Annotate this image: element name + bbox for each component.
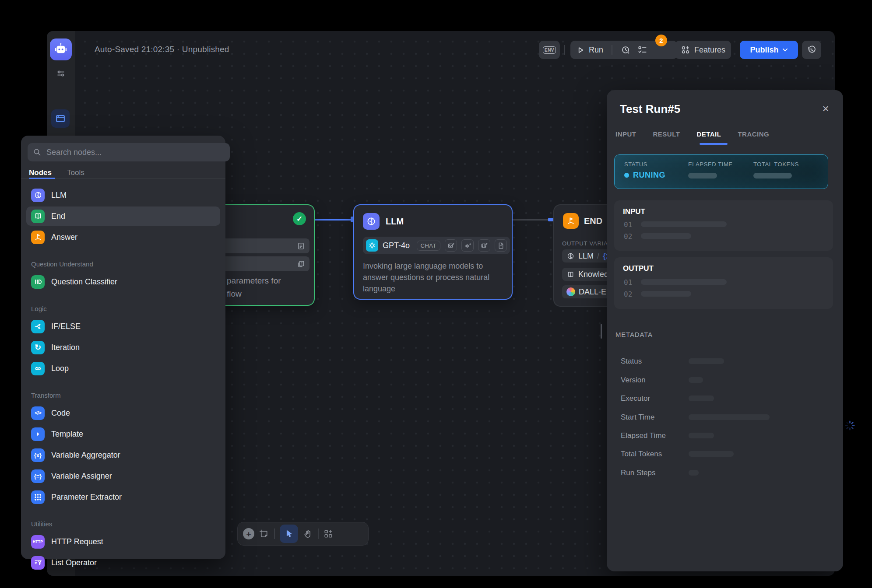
- checklist-icon[interactable]: [637, 45, 647, 55]
- palette-item-loop[interactable]: ∞ Loop: [21, 358, 225, 379]
- model-name: GPT-4o: [383, 241, 410, 250]
- palette-item-label: Variable Assigner: [51, 472, 112, 481]
- node-list: LLM End Answer Question Understand Quest…: [21, 179, 225, 573]
- chat-mode-badge: CHAT: [417, 241, 440, 251]
- palette-item-label: Loop: [51, 364, 69, 373]
- palette-item-variable-assigner[interactable]: {=} Variable Assigner: [21, 466, 225, 486]
- topbar-divider: [564, 45, 565, 55]
- app-logo[interactable]: [50, 38, 72, 60]
- status-label: STATUS: [624, 161, 647, 168]
- tab-result[interactable]: RESULT: [653, 130, 680, 138]
- palette-item-code[interactable]: </> Code: [21, 402, 225, 424]
- brain-icon: [31, 189, 45, 202]
- tab-detail[interactable]: DETAIL: [696, 130, 721, 138]
- spinner-icon: [844, 420, 855, 431]
- iteration-icon: ↻: [31, 341, 45, 354]
- input-card: INPUT 01 02: [614, 200, 833, 251]
- palette-item-label: Variable Aggregator: [51, 451, 120, 460]
- copy-icon: [297, 260, 305, 268]
- tab-tracing[interactable]: TRACING: [738, 130, 769, 138]
- tab-tools[interactable]: Tools: [67, 168, 84, 177]
- history-button[interactable]: [802, 41, 821, 59]
- start-node-description: parameters for: [227, 276, 281, 286]
- active-tab-underline: [700, 143, 728, 145]
- brain-icon: [363, 213, 380, 230]
- skeleton-bar: [641, 279, 727, 285]
- palette-item-template[interactable]: ◗ Template: [21, 424, 225, 444]
- filter-list-icon: [31, 556, 45, 570]
- palette-item-question-classifier[interactable]: Question Classifier: [21, 271, 225, 292]
- pointer-tool-button[interactable]: [280, 525, 298, 543]
- node-title: END: [584, 216, 602, 226]
- env-button[interactable]: ENV: [539, 41, 560, 59]
- branch-icon: [31, 320, 45, 333]
- palette-item-variable-aggregator[interactable]: {x} Variable Aggregator: [21, 444, 225, 466]
- panel-resize-handle[interactable]: [601, 324, 602, 339]
- output-variables-label: OUTPUT VARIA: [562, 240, 608, 247]
- palette-item-iteration[interactable]: ↻ Iteration: [21, 337, 225, 358]
- skeleton-bar: [641, 291, 691, 297]
- start-node-description: flow: [227, 289, 242, 299]
- node-description: Invoking large language models to answer…: [363, 260, 507, 294]
- palette-item-label: End: [51, 212, 65, 221]
- schedule-run-icon[interactable]: [621, 45, 631, 55]
- panels-button[interactable]: [51, 109, 70, 128]
- palette-item-label: Question Classifier: [51, 277, 117, 287]
- workflow-settings-button[interactable]: [53, 66, 69, 81]
- row-index: 01: [624, 278, 632, 287]
- tab-input[interactable]: INPUT: [615, 130, 636, 138]
- section-header: Utilities: [21, 508, 225, 531]
- palette-item-end[interactable]: End: [21, 206, 225, 227]
- document-icon: [297, 242, 305, 250]
- play-icon[interactable]: [577, 46, 585, 54]
- code-icon: </>: [31, 406, 45, 420]
- add-node-button[interactable]: +: [243, 528, 254, 539]
- tab-nodes[interactable]: Nodes: [29, 168, 52, 177]
- organize-nodes-button[interactable]: [323, 529, 333, 539]
- env-icon: ENV: [543, 46, 556, 54]
- close-icon[interactable]: ×: [819, 102, 833, 116]
- robot-icon: [54, 42, 68, 56]
- palette-item-label: IF/ELSE: [51, 322, 81, 331]
- status-value: RUNING: [624, 171, 665, 180]
- llm-node[interactable]: LLM GPT-4o CHAT: [353, 204, 513, 300]
- skeleton-bar: [689, 396, 714, 401]
- input-title: INPUT: [623, 207, 645, 216]
- publish-label: Publish: [750, 46, 778, 55]
- openai-icon: [366, 239, 378, 252]
- dalle-icon: [566, 287, 575, 296]
- section-header: Logic: [21, 292, 225, 316]
- palette-item-list-operator[interactable]: List Operator: [21, 552, 225, 573]
- panel-title: Test Run#5: [620, 102, 680, 116]
- success-check-icon: ✓: [293, 212, 306, 225]
- flag-icon: [31, 231, 45, 244]
- hand-tool-button[interactable]: [303, 529, 313, 539]
- skeleton-bar: [689, 377, 703, 383]
- palette-item-if-else[interactable]: IF/ELSE: [21, 316, 225, 337]
- palette-item-parameter-extractor[interactable]: Parameter Extractor: [21, 486, 225, 508]
- palette-item-http-request[interactable]: HTTP HTTP Request: [21, 531, 225, 552]
- edge-llm-end: [513, 219, 550, 220]
- elapsed-time-label: ELAPSED TIME: [688, 161, 733, 168]
- publish-button[interactable]: Publish: [740, 41, 798, 59]
- video-capability-icon: [478, 239, 490, 252]
- skeleton-bar: [753, 173, 792, 178]
- search-input[interactable]: [46, 147, 225, 158]
- features-button[interactable]: Features: [675, 41, 731, 59]
- palette-item-answer[interactable]: Answer: [21, 227, 225, 248]
- search-box[interactable]: [28, 143, 230, 161]
- skeleton-bar: [688, 173, 717, 178]
- model-selector[interactable]: GPT-4o CHAT: [363, 237, 510, 254]
- palette-item-llm[interactable]: LLM: [21, 185, 225, 206]
- run-group-divider: [612, 45, 612, 55]
- checklist-badge: 2: [655, 35, 667, 46]
- dot-grid-icon: [31, 490, 45, 504]
- run-button[interactable]: Run: [589, 46, 603, 55]
- palette-item-label: Answer: [51, 233, 77, 242]
- output-title: OUTPUT: [623, 264, 654, 273]
- edge-start-llm: [313, 219, 353, 220]
- chip-label: Knowled: [578, 270, 608, 279]
- palette-item-label: Parameter Extractor: [51, 493, 122, 502]
- metadata-label: Status: [621, 357, 642, 366]
- add-note-button[interactable]: [259, 529, 269, 539]
